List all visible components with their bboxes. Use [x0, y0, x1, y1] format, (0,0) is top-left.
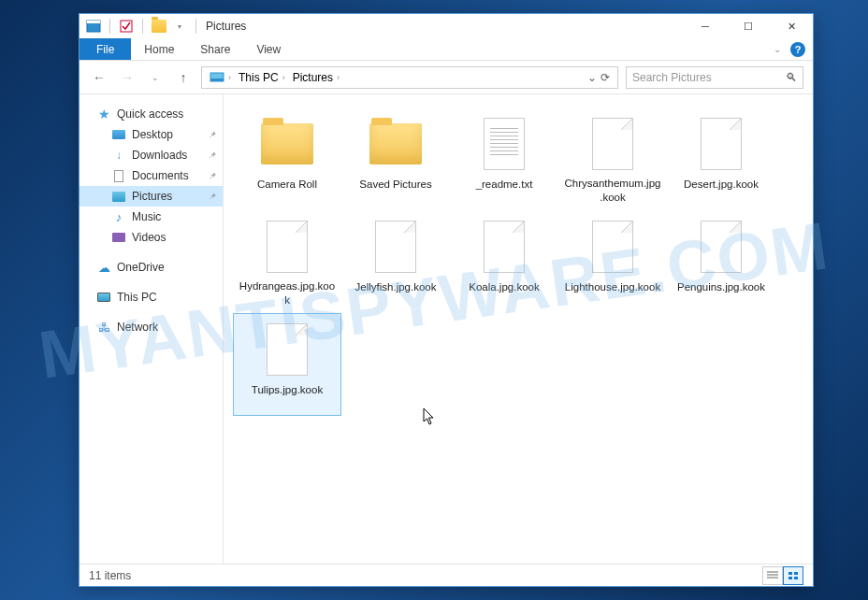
unknown-file-icon	[484, 221, 525, 273]
file-label: Penguins.jpg.kook	[677, 280, 765, 293]
breadcrumb-segment[interactable]: Pictures›	[289, 71, 343, 84]
nav-item-music[interactable]: ♪Music	[80, 207, 223, 227]
svg-rect-8	[794, 577, 798, 579]
ribbon: File Home Share View ⌄ ?	[80, 38, 813, 61]
titlebar: ▾ Pictures ─ ☐ ✕	[80, 14, 813, 38]
window-title: Pictures	[206, 20, 246, 33]
file-label: Desert.jpg.kook	[684, 178, 759, 191]
file-item[interactable]: Tulips.jpg.kook	[233, 313, 341, 416]
qat: ▾	[85, 18, 200, 35]
maximize-button[interactable]: ☐	[727, 14, 770, 38]
documents-icon	[111, 168, 126, 183]
svg-rect-4	[210, 79, 224, 81]
content-pane[interactable]: Camera RollSaved Pictures_readme.txtChry…	[224, 94, 813, 564]
network-icon: 🖧	[96, 320, 111, 335]
qat-dropdown-icon[interactable]: ▾	[171, 18, 188, 35]
file-item[interactable]: Chrysanthemum.jpg.kook	[558, 107, 667, 210]
desktop-icon	[111, 127, 126, 142]
ribbon-collapse-icon[interactable]: ⌄	[768, 38, 787, 60]
status-count: 11 items	[89, 569, 131, 582]
tab-view[interactable]: View	[243, 38, 294, 60]
file-item[interactable]: Hydrangeas.jpg.kook	[233, 210, 341, 313]
file-label: Chrysanthemum.jpg.kook	[563, 177, 662, 204]
file-label: _readme.txt	[476, 178, 533, 191]
unknown-file-icon	[375, 221, 416, 273]
nav-item-pictures[interactable]: Pictures📌︎	[80, 186, 223, 207]
breadcrumb-segment[interactable]: This PC›	[235, 71, 289, 84]
minimize-button[interactable]: ─	[684, 14, 727, 38]
unknown-file-icon	[701, 221, 742, 273]
recent-dropdown-icon[interactable]: ⌄	[145, 67, 166, 88]
file-item[interactable]: _readme.txt	[450, 107, 558, 210]
breadcrumb[interactable]: › This PC› Pictures› ⌄⟳	[201, 66, 618, 89]
file-label: Koala.jpg.kook	[469, 280, 539, 293]
nav-quick-access[interactable]: ★Quick access	[80, 104, 223, 124]
forward-button[interactable]: →	[117, 67, 137, 88]
tab-home[interactable]: Home	[131, 38, 187, 60]
videos-icon	[111, 230, 126, 245]
nav-item-videos[interactable]: Videos	[80, 227, 223, 248]
nav-network[interactable]: 🖧Network	[80, 317, 223, 337]
pin-icon: 📌︎	[209, 150, 217, 160]
unknown-file-icon	[592, 118, 633, 170]
explorer-window: ▾ Pictures ─ ☐ ✕ File Home Share View ⌄ …	[79, 13, 814, 587]
folder-item[interactable]: Camera Roll	[233, 107, 341, 210]
up-button[interactable]: ↑	[173, 67, 194, 88]
folder-icon	[369, 123, 422, 164]
file-label: Jellyfish.jpg.kook	[355, 280, 437, 293]
file-item[interactable]: Lighthouse.jpg.kook	[558, 210, 667, 313]
svg-rect-1	[87, 21, 100, 23]
svg-rect-2	[121, 21, 132, 32]
search-placeholder: Search Pictures	[632, 71, 712, 84]
close-button[interactable]: ✕	[770, 14, 813, 38]
nav-onedrive[interactable]: ☁OneDrive	[80, 257, 223, 278]
nav-item-downloads[interactable]: ↓Downloads📌︎	[80, 145, 223, 165]
unknown-file-icon	[701, 118, 742, 170]
folder-item[interactable]: Saved Pictures	[341, 107, 450, 210]
help-icon[interactable]: ?	[790, 42, 805, 57]
folder-icon	[151, 18, 167, 35]
view-details-button[interactable]	[762, 566, 783, 585]
breadcrumb-root-icon[interactable]: ›	[206, 72, 235, 83]
svg-rect-6	[794, 572, 798, 575]
file-label: Saved Pictures	[359, 178, 431, 191]
pin-icon: 📌︎	[209, 130, 217, 139]
tab-share[interactable]: Share	[187, 38, 243, 60]
nav-item-desktop[interactable]: Desktop📌︎	[80, 124, 223, 145]
back-button[interactable]: ←	[89, 67, 109, 88]
downloads-icon: ↓	[111, 148, 126, 163]
svg-rect-7	[788, 577, 792, 579]
music-icon: ♪	[111, 209, 126, 224]
nav-item-documents[interactable]: Documents📌︎	[80, 165, 223, 186]
properties-icon[interactable]	[85, 18, 102, 35]
qat-icon[interactable]	[118, 18, 135, 35]
file-tab[interactable]: File	[80, 38, 131, 60]
unknown-file-icon	[267, 221, 308, 273]
statusbar: 11 items	[80, 564, 813, 586]
pc-icon	[96, 290, 111, 305]
file-item[interactable]: Penguins.jpg.kook	[667, 210, 775, 313]
cloud-icon: ☁	[96, 260, 111, 275]
view-icons-button[interactable]	[783, 566, 803, 585]
pictures-icon	[111, 189, 126, 204]
addressbar: ← → ⌄ ↑ › This PC› Pictures› ⌄⟳ Search P…	[80, 61, 813, 94]
unknown-file-icon	[267, 323, 308, 376]
search-icon: 🔍︎	[786, 71, 797, 84]
navigation-pane: ★Quick access Desktop📌︎↓Downloads📌︎Docum…	[80, 94, 224, 564]
svg-rect-5	[788, 572, 792, 575]
txt-file-icon	[484, 118, 525, 170]
refresh-icon[interactable]: ⟳	[600, 71, 610, 84]
file-label: Tulips.jpg.kook	[252, 383, 323, 396]
search-input[interactable]: Search Pictures 🔍︎	[626, 66, 803, 89]
folder-icon	[261, 123, 313, 164]
file-item[interactable]: Desert.jpg.kook	[667, 107, 775, 210]
star-icon: ★	[96, 107, 111, 121]
file-label: Camera Roll	[257, 178, 317, 191]
file-item[interactable]: Jellyfish.jpg.kook	[341, 210, 450, 313]
pin-icon: 📌︎	[209, 192, 217, 201]
file-label: Lighthouse.jpg.kook	[565, 280, 660, 293]
file-label: Hydrangeas.jpg.kook	[238, 279, 337, 307]
file-item[interactable]: Koala.jpg.kook	[450, 210, 558, 313]
breadcrumb-history-icon[interactable]: ⌄	[587, 71, 597, 84]
nav-this-pc[interactable]: This PC	[80, 287, 223, 307]
